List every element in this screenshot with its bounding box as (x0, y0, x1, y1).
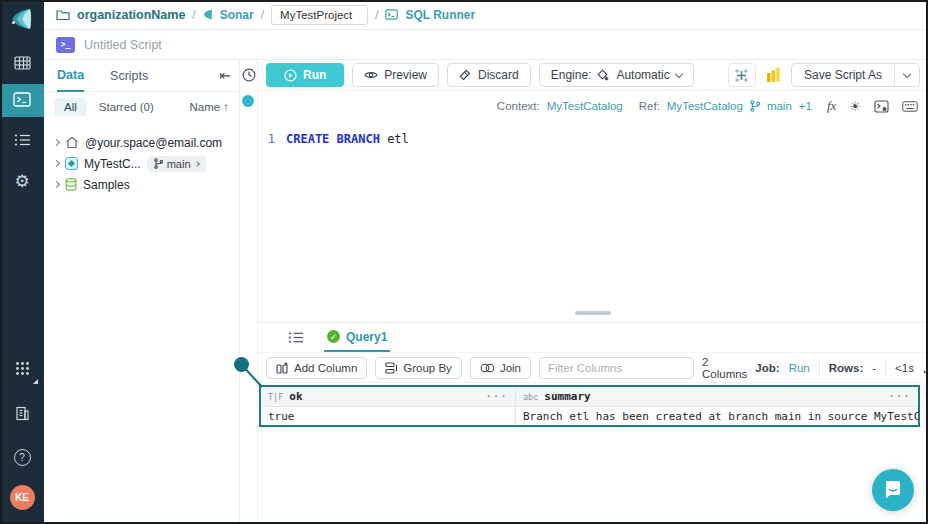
run-button[interactable]: Run (266, 63, 344, 87)
ref-branch[interactable]: main (767, 100, 792, 112)
sql-code: etl (380, 132, 409, 146)
context-bar: Context: MyTestCatalog Ref: MyTestCatalo… (258, 92, 928, 120)
chevron-down-icon (903, 69, 911, 77)
divider (819, 361, 820, 375)
datasets-icon[interactable] (0, 56, 44, 70)
avatar-initials: KE (10, 485, 35, 510)
column-menu-icon[interactable]: ··· (485, 390, 508, 403)
group-by-label: Group By (403, 362, 452, 374)
save-script-as-label[interactable]: Save Script As (792, 64, 895, 86)
column-header-summary[interactable]: abc summary ··· (516, 387, 918, 406)
join-label: Join (500, 362, 521, 374)
add-column-icon (276, 362, 289, 374)
column-header-ok[interactable]: T|F ok ··· (261, 387, 516, 406)
queries-list-icon[interactable] (288, 323, 304, 352)
script-header: >_ Untitled Script (44, 30, 928, 60)
filter-all-pill[interactable]: All (54, 98, 87, 116)
tree-item-samples[interactable]: Samples (44, 174, 239, 195)
apps-expand-arrow-icon (33, 379, 38, 384)
brightness-icon[interactable]: ☀ (849, 99, 861, 114)
ref-value[interactable]: MyTestCatalog (667, 100, 743, 112)
discard-button[interactable]: Discard (447, 63, 531, 87)
sql-runner-icon[interactable] (0, 92, 44, 107)
breadcrumb-separator: / (375, 8, 378, 22)
dremio-logo-icon[interactable] (0, 6, 44, 32)
rows-label: Rows: (829, 362, 864, 374)
save-options-arrow[interactable] (895, 64, 919, 86)
panel-resize-handle[interactable] (575, 311, 611, 315)
help-glyph: ? (14, 449, 31, 466)
sort-by-name[interactable]: Name ↑ (190, 101, 229, 113)
context-label: Context: (497, 100, 540, 112)
play-icon (284, 69, 297, 82)
tab-data[interactable]: Data (57, 68, 84, 92)
tableau-icon[interactable] (728, 63, 756, 87)
context-value[interactable]: MyTestCatalog (547, 100, 623, 112)
job-link[interactable]: Run (789, 362, 810, 374)
query-success-icon: ✓ (327, 330, 340, 343)
preview-button[interactable]: Preview (352, 63, 439, 87)
cell-ok-value: true (268, 410, 295, 423)
script-title[interactable]: Untitled Script (84, 38, 162, 52)
breadcrumb-sql-runner[interactable]: SQL Runner (405, 8, 475, 22)
powerbi-icon[interactable] (766, 67, 781, 83)
tree-item-label: Samples (83, 178, 130, 192)
column-menu-icon[interactable]: ··· (888, 390, 911, 403)
chevron-down-icon (675, 69, 683, 77)
script-history-icon[interactable] (241, 68, 257, 82)
table-row[interactable]: true Branch etl has been created at bran… (261, 406, 918, 425)
engine-selector[interactable]: Engine: Automatic (539, 63, 694, 87)
chat-launcher-button[interactable] (872, 469, 914, 511)
settings-gear-icon[interactable]: ⚙ (0, 173, 44, 190)
filter-columns-input[interactable] (539, 357, 694, 379)
nav-rail: ⚙ ? KE (0, 0, 44, 524)
org-folder-icon (56, 9, 70, 21)
group-by-button[interactable]: Group By (375, 357, 462, 379)
apps-grid-icon[interactable] (0, 361, 44, 376)
breadcrumb-org[interactable]: organizationName (77, 8, 185, 22)
download-icon[interactable] (923, 361, 928, 374)
tab-query1[interactable]: ✓ Query1 (324, 323, 390, 352)
branch-badge[interactable]: main (147, 156, 206, 172)
tree-item-label: @your.space@email.com (85, 136, 222, 150)
engine-diamond-icon (597, 69, 610, 82)
collapse-panel-icon[interactable]: ⇤ (219, 67, 231, 83)
add-column-button[interactable]: Add Column (266, 357, 367, 379)
expand-chevron-icon[interactable] (53, 181, 60, 188)
tab-scripts[interactable]: Scripts (110, 69, 148, 91)
jobs-icon[interactable] (0, 133, 44, 147)
chat-bubble-icon (883, 480, 903, 500)
tree-item-home-space[interactable]: @your.space@email.com (44, 132, 239, 153)
sort-label: Name (190, 101, 221, 113)
panel-strip (240, 60, 258, 524)
function-icon[interactable]: fx (827, 98, 836, 114)
save-script-as-button: Save Script As (791, 63, 920, 87)
keyboard-icon[interactable] (902, 101, 918, 112)
expand-chevron-icon[interactable] (53, 139, 60, 146)
tree-item-mytestcatalog[interactable]: MyTestC... main (44, 153, 239, 174)
sql-toolbar: Run Preview Discard Engine: (258, 60, 928, 91)
breadcrumb-separator: / (192, 8, 195, 22)
eraser-icon (459, 69, 472, 81)
line-number: 1 (258, 132, 286, 146)
cell-summary-value: Branch etl has been created at branch ma… (523, 410, 918, 423)
project-name-input[interactable] (271, 5, 368, 25)
divider (885, 361, 886, 375)
sql-editor[interactable]: 1 CREATE BRANCH etl (258, 121, 928, 309)
rows-value: - (872, 362, 876, 374)
ref-more-count[interactable]: +1 (799, 100, 812, 112)
autocomplete-icon[interactable] (874, 100, 889, 113)
user-avatar[interactable]: KE (0, 485, 44, 510)
sql-runner-main: Run Preview Discard Engine: (258, 60, 928, 524)
script-terminal-icon: >_ (56, 37, 75, 53)
expand-chevron-icon[interactable] (53, 160, 60, 167)
help-icon[interactable]: ? (0, 449, 44, 466)
filter-starred[interactable]: Starred (0) (99, 101, 154, 113)
breadcrumb-sonar[interactable]: Sonar (220, 8, 254, 22)
organization-icon[interactable] (0, 406, 44, 421)
join-button[interactable]: Join (470, 357, 531, 379)
ref-label: Ref: (639, 100, 660, 112)
add-column-label: Add Column (294, 362, 357, 374)
query-duration: <1s (895, 362, 914, 374)
text-type-icon: abc (523, 392, 538, 402)
